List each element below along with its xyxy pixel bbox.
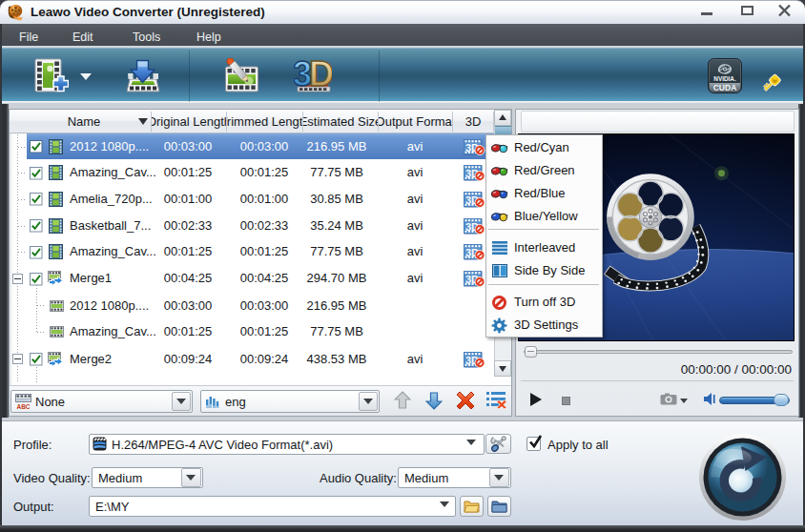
svg-text:CUDA: CUDA <box>713 83 737 92</box>
svg-text:D: D <box>309 57 332 93</box>
svg-text:ABC: ABC <box>16 403 30 410</box>
svg-text:NVIDIA.: NVIDIA. <box>713 75 736 82</box>
